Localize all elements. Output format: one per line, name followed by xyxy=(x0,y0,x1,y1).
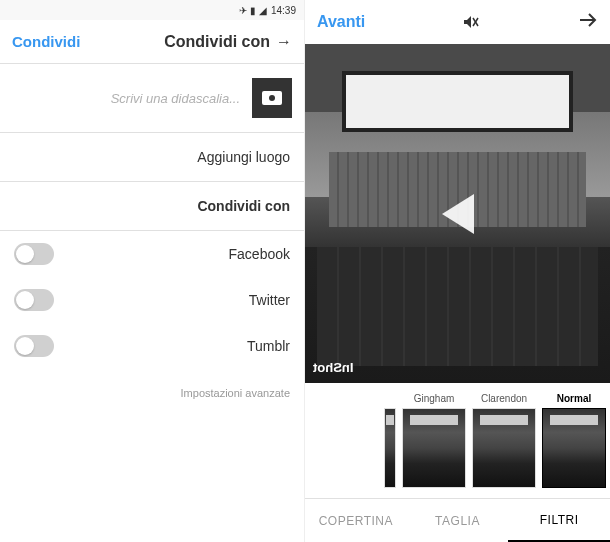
edit-header: Avanti xyxy=(305,0,610,44)
video-preview[interactable]: InShot xyxy=(305,44,610,383)
twitter-toggle[interactable] xyxy=(14,289,54,311)
twitter-label: Twitter xyxy=(249,292,290,308)
play-icon[interactable] xyxy=(442,194,474,234)
filter-partial[interactable] xyxy=(384,393,396,488)
next-button[interactable]: Avanti xyxy=(317,13,365,31)
header-title: Condividi con → xyxy=(164,33,292,51)
tumblr-label: Tumblr xyxy=(247,338,290,354)
share-twitter-row: Twitter xyxy=(0,277,304,323)
edit-screen: Avanti InShot Gingham Clarendon xyxy=(305,0,610,542)
media-thumbnail[interactable] xyxy=(252,78,292,118)
filter-normal-label: Normal xyxy=(557,393,591,404)
share-tumblr-row: Tumblr xyxy=(0,323,304,369)
share-with-label: Condividi con xyxy=(0,182,304,231)
facebook-toggle[interactable] xyxy=(14,243,54,265)
share-screen: ✈ ▮ ◢ 14:39 Condividi Condividi con → Sc… xyxy=(0,0,305,542)
sound-muted-icon[interactable] xyxy=(463,15,481,29)
caption-row: Scrivi una didascalia... xyxy=(0,64,304,133)
advanced-settings-link[interactable]: Impostazioni avanzate xyxy=(0,369,304,417)
status-bar: ✈ ▮ ◢ 14:39 xyxy=(0,0,304,20)
status-icons: ✈ ▮ ◢ xyxy=(239,5,267,16)
share-facebook-row: Facebook xyxy=(0,231,304,277)
filter-strip: Gingham Clarendon Normal xyxy=(305,383,610,498)
forward-arrow-icon[interactable] xyxy=(578,12,598,32)
facebook-label: Facebook xyxy=(229,246,290,262)
tab-filtri[interactable]: FILTRI xyxy=(508,499,610,542)
header-title-label: Condividi con xyxy=(164,33,270,51)
filter-normal[interactable]: Normal xyxy=(542,393,606,488)
back-arrow-icon[interactable]: → xyxy=(276,33,292,51)
share-button[interactable]: Condividi xyxy=(12,33,80,50)
edit-tabs: COPERTINA TAGLIA FILTRI xyxy=(305,498,610,542)
status-time: 14:39 xyxy=(271,5,296,16)
filter-clarendon-label: Clarendon xyxy=(481,393,527,404)
tab-copertina[interactable]: COPERTINA xyxy=(305,499,407,542)
filter-gingham[interactable]: Gingham xyxy=(402,393,466,488)
caption-input[interactable]: Scrivi una didascalia... xyxy=(111,91,240,106)
video-watermark: InShot xyxy=(313,360,353,375)
filter-clarendon[interactable]: Clarendon xyxy=(472,393,536,488)
tab-taglia[interactable]: TAGLIA xyxy=(407,499,509,542)
share-header: Condividi Condividi con → xyxy=(0,20,304,64)
add-location-row[interactable]: Aggiungi luogo xyxy=(0,133,304,182)
tumblr-toggle[interactable] xyxy=(14,335,54,357)
filter-gingham-label: Gingham xyxy=(414,393,455,404)
